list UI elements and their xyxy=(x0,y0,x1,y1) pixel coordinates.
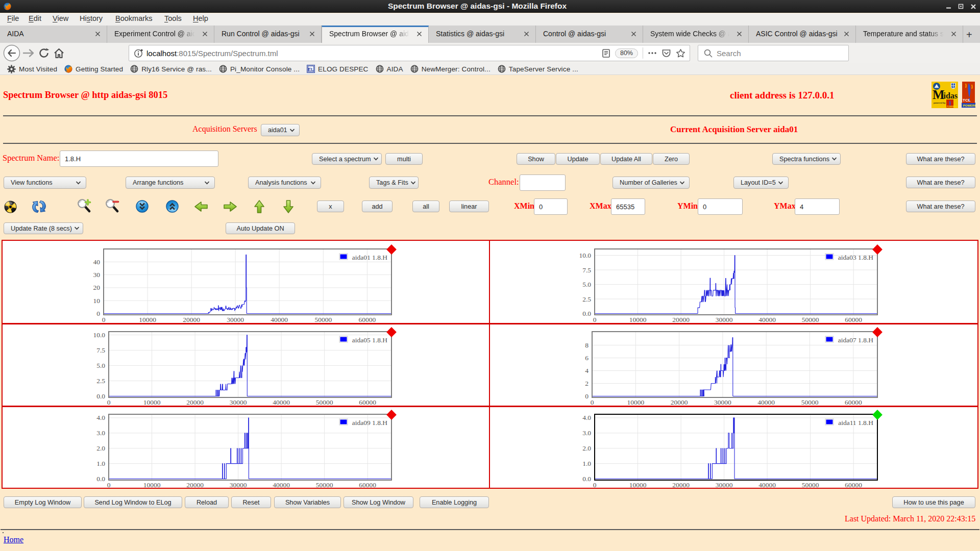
svg-text:0: 0 xyxy=(107,398,111,406)
svg-text:powered by: powered by xyxy=(934,102,946,104)
svg-text:0.0: 0.0 xyxy=(96,475,105,483)
svg-text:0: 0 xyxy=(102,316,106,323)
svg-text:50000: 50000 xyxy=(801,398,819,406)
svg-text:50000: 50000 xyxy=(802,481,819,489)
svg-text:20: 20 xyxy=(93,284,101,291)
svg-text:5.0: 5.0 xyxy=(96,362,105,369)
svg-text:60000: 60000 xyxy=(359,316,376,323)
svg-text:aida01 1.8.H: aida01 1.8.H xyxy=(352,254,388,261)
svg-text:50000: 50000 xyxy=(802,316,819,323)
svg-text:10000: 10000 xyxy=(143,481,161,489)
svg-text:20000: 20000 xyxy=(186,398,204,406)
svg-text:0: 0 xyxy=(593,316,597,323)
svg-text:40: 40 xyxy=(93,258,101,266)
svg-text:4.0: 4.0 xyxy=(582,414,591,421)
svg-text:10000: 10000 xyxy=(143,398,161,406)
svg-text:3.0: 3.0 xyxy=(96,429,105,437)
svg-text:60000: 60000 xyxy=(845,316,862,323)
svg-text:20000: 20000 xyxy=(672,481,690,489)
svg-text:10: 10 xyxy=(93,297,101,305)
svg-text:10000: 10000 xyxy=(629,481,647,489)
svg-text:0: 0 xyxy=(591,398,594,406)
svg-text:30000: 30000 xyxy=(714,398,731,406)
svg-text:60000: 60000 xyxy=(845,481,862,489)
svg-text:10000: 10000 xyxy=(139,316,156,323)
svg-text:aida03 1.8.H: aida03 1.8.H xyxy=(838,254,874,261)
svg-text:60000: 60000 xyxy=(359,481,376,489)
svg-text:30000: 30000 xyxy=(230,481,247,489)
svg-text:20000: 20000 xyxy=(186,481,204,489)
svg-text:10.0: 10.0 xyxy=(93,331,105,339)
svg-text:10000: 10000 xyxy=(629,316,647,323)
svg-text:30: 30 xyxy=(93,271,101,279)
svg-text:40000: 40000 xyxy=(271,316,288,323)
svg-text:TCL: TCL xyxy=(963,98,971,103)
svg-text:40000: 40000 xyxy=(758,316,776,323)
svg-text:7.5: 7.5 xyxy=(582,266,591,274)
svg-text:POWERED: POWERED xyxy=(963,104,976,107)
svg-text:EL: EL xyxy=(308,67,314,72)
svg-text:0: 0 xyxy=(585,392,589,400)
svg-text:POWERED: POWERED xyxy=(947,106,957,108)
svg-text:50000: 50000 xyxy=(316,481,333,489)
svg-text:40000: 40000 xyxy=(758,481,776,489)
svg-text:30000: 30000 xyxy=(716,316,733,323)
svg-text:4: 4 xyxy=(585,367,589,374)
svg-text:8: 8 xyxy=(585,341,589,349)
svg-text:10000: 10000 xyxy=(627,398,644,406)
svg-text:0: 0 xyxy=(107,481,111,489)
svg-text:30000: 30000 xyxy=(230,398,247,406)
svg-text:50000: 50000 xyxy=(314,316,332,323)
svg-text:2.0: 2.0 xyxy=(96,444,105,452)
svg-text:7.5: 7.5 xyxy=(96,346,105,354)
svg-text:40000: 40000 xyxy=(757,398,775,406)
svg-text:0: 0 xyxy=(96,310,100,317)
svg-text:20000: 20000 xyxy=(672,316,690,323)
svg-text:1.0: 1.0 xyxy=(96,460,105,467)
svg-text:idas: idas xyxy=(944,91,958,100)
svg-text:aida07 1.8.H: aida07 1.8.H xyxy=(838,336,874,344)
svg-text:30000: 30000 xyxy=(227,316,244,323)
svg-text:60000: 60000 xyxy=(359,398,376,406)
svg-text:3.0: 3.0 xyxy=(582,429,591,437)
svg-text:60000: 60000 xyxy=(845,398,862,406)
svg-text:aida09 1.8.H: aida09 1.8.H xyxy=(352,419,388,427)
svg-text:0: 0 xyxy=(593,481,597,489)
svg-text:2.5: 2.5 xyxy=(582,295,591,303)
svg-text:40000: 40000 xyxy=(273,481,290,489)
svg-text:4.0: 4.0 xyxy=(96,414,105,421)
svg-text:0.0: 0.0 xyxy=(96,392,105,400)
svg-text:2.5: 2.5 xyxy=(96,377,105,385)
svg-text:aida11 1.8.H: aida11 1.8.H xyxy=(838,419,873,427)
svg-text:50000: 50000 xyxy=(316,398,333,406)
svg-text:1.0: 1.0 xyxy=(582,460,591,467)
svg-text:2: 2 xyxy=(585,380,589,387)
svg-text:0.0: 0.0 xyxy=(582,310,591,317)
svg-text:6: 6 xyxy=(585,354,589,362)
svg-text:30000: 30000 xyxy=(716,481,733,489)
svg-text:20000: 20000 xyxy=(671,398,688,406)
svg-text:M: M xyxy=(933,88,945,102)
svg-text:40000: 40000 xyxy=(273,398,290,406)
svg-text:0.0: 0.0 xyxy=(582,475,591,483)
svg-text:10.0: 10.0 xyxy=(579,252,591,259)
svg-text:aida05 1.8.H: aida05 1.8.H xyxy=(352,336,388,344)
svg-text:5.0: 5.0 xyxy=(582,281,591,288)
svg-text:20000: 20000 xyxy=(183,316,200,323)
svg-text:2.0: 2.0 xyxy=(582,444,591,452)
